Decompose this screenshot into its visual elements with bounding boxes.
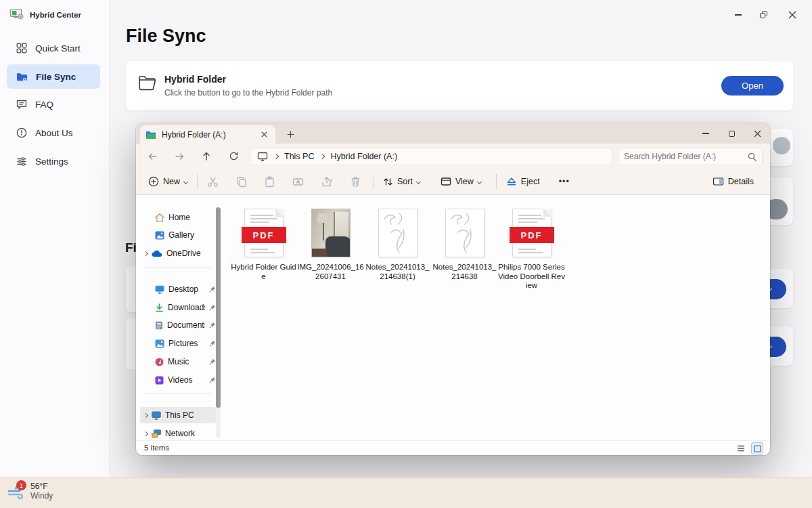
- up-button[interactable]: [197, 147, 216, 165]
- eject-icon: [506, 177, 517, 186]
- sidebar-item-label: About Us: [35, 128, 73, 138]
- open-button[interactable]: Open: [721, 76, 784, 96]
- explorer-close-button[interactable]: [744, 123, 770, 144]
- nav-item-label: Pictures: [168, 339, 205, 348]
- explorer-search-input[interactable]: [624, 152, 748, 161]
- scissors-icon: [207, 176, 219, 188]
- sort-button[interactable]: Sort: [378, 173, 426, 190]
- plus-circle-icon: [148, 176, 159, 187]
- list-view-icon: [737, 445, 745, 452]
- explorer-maximize-button[interactable]: [719, 123, 744, 144]
- explorer-body: Home Gallery OneDrive Desktop Downloads: [136, 195, 770, 440]
- folder-card-title: Hybrid Folder: [164, 74, 226, 85]
- eject-button[interactable]: Eject: [501, 173, 545, 190]
- folder-sync-icon: [16, 72, 28, 82]
- taskbar: 1 56°F Windy Search: [0, 478, 812, 508]
- nav-item-home[interactable]: Home: [140, 209, 216, 226]
- tab-close-button[interactable]: [258, 129, 270, 141]
- file-item-pdf-review[interactable]: PDF Philips 7000 Series Video Doorbell R…: [498, 207, 565, 291]
- expand-button[interactable]: [770, 279, 786, 299]
- copy-icon: [236, 176, 247, 188]
- rename-icon: [292, 177, 304, 187]
- file-explorer-window: Hybrid Folder (A:) This PC Hybrid Folder…: [136, 123, 770, 455]
- sidebar-item-about-us[interactable]: About Us: [7, 121, 100, 145]
- documents-icon: [155, 321, 163, 330]
- sidebar-item-label: Quick Start: [35, 43, 81, 54]
- address-bar[interactable]: This PC Hybrid Folder (A:): [250, 148, 612, 165]
- back-button[interactable]: [143, 147, 162, 165]
- expand-chevron-icon: [143, 431, 148, 436]
- weather-widget[interactable]: 1 56°F Windy: [7, 482, 53, 501]
- more-options-button[interactable]: •••: [554, 173, 575, 190]
- details-button[interactable]: Details: [707, 173, 759, 190]
- file-item-notes-1[interactable]: Notes_20241013_214638(1): [364, 207, 431, 281]
- list-view-toggle[interactable]: [735, 442, 747, 454]
- new-button[interactable]: New: [143, 173, 193, 190]
- sidebar-item-file-sync[interactable]: File Sync: [7, 64, 100, 89]
- details-button-label: Details: [728, 177, 754, 186]
- notification-badge: 1: [16, 480, 26, 490]
- partial-card: [126, 318, 137, 370]
- app-restore-button[interactable]: [755, 8, 773, 22]
- rename-button[interactable]: [287, 173, 309, 190]
- pin-icon: [209, 322, 216, 329]
- toggle-knob[interactable]: [773, 137, 790, 154]
- breadcrumb-current[interactable]: Hybrid Folder (A:): [330, 152, 397, 161]
- trash-icon: [351, 176, 361, 187]
- nav-item-label: This PC: [165, 410, 216, 420]
- expand-button[interactable]: [770, 337, 786, 357]
- sidebar-item-faq[interactable]: FAQ: [7, 92, 100, 117]
- cut-button[interactable]: [202, 173, 224, 191]
- toggle-off[interactable]: [770, 199, 788, 219]
- delete-button[interactable]: [345, 173, 366, 190]
- nav-item-desktop[interactable]: Desktop: [140, 281, 216, 297]
- sketch-thumbnail: [378, 209, 418, 257]
- refresh-button[interactable]: [224, 147, 243, 165]
- nav-item-label: OneDrive: [166, 249, 216, 258]
- close-icon: [261, 131, 267, 137]
- weather-temp: 56°F: [30, 482, 53, 491]
- app-minimize-button[interactable]: [729, 8, 747, 22]
- nav-item-music[interactable]: Music: [140, 354, 216, 370]
- chevron-down-icon: [770, 343, 772, 349]
- explorer-tab[interactable]: Hybrid Folder (A:): [140, 125, 275, 144]
- share-button[interactable]: [316, 173, 338, 190]
- new-tab-button[interactable]: [284, 128, 296, 140]
- file-item-pdf-guide[interactable]: PDF Hybrid Folder Guide: [230, 207, 297, 281]
- file-name: Philips 7000 Series Video Doorbell Revie…: [498, 263, 565, 291]
- copy-button[interactable]: [231, 173, 252, 191]
- breadcrumb-this-pc[interactable]: This PC: [284, 152, 314, 161]
- file-item-photo[interactable]: IMG_20241006_162607431: [297, 207, 364, 281]
- view-icon: [441, 177, 451, 186]
- nav-item-downloads[interactable]: Downloads: [140, 299, 216, 316]
- file-item-notes-2[interactable]: Notes_20241013_214638: [431, 207, 498, 281]
- nav-item-videos[interactable]: Videos: [140, 372, 216, 388]
- forward-button[interactable]: [170, 147, 189, 165]
- explorer-minimize-button[interactable]: [693, 123, 719, 144]
- computer-icon: [257, 152, 268, 161]
- sketch-thumbnail: [445, 209, 484, 257]
- nav-item-this-pc[interactable]: This PC: [140, 407, 216, 423]
- grid-icon: [16, 43, 27, 54]
- nav-item-onedrive[interactable]: OneDrive: [140, 245, 216, 261]
- pictures-icon: [155, 339, 164, 348]
- nav-item-gallery[interactable]: Gallery: [140, 227, 216, 243]
- view-button[interactable]: View: [435, 173, 487, 190]
- nav-item-pictures[interactable]: Pictures: [140, 335, 216, 352]
- paste-button[interactable]: [259, 173, 280, 191]
- chevron-right-icon: [319, 154, 325, 159]
- scrollbar-thumb[interactable]: [216, 207, 221, 408]
- sidebar-item-settings[interactable]: Settings: [7, 149, 100, 173]
- pdf-badge: PDF: [521, 230, 543, 240]
- nav-item-network[interactable]: Network: [140, 425, 216, 442]
- sidebar-item-quick-start[interactable]: Quick Start: [7, 36, 100, 60]
- nav-item-documents[interactable]: Documents: [140, 317, 216, 333]
- explorer-search[interactable]: [618, 148, 763, 165]
- chevron-down-icon: [183, 179, 188, 184]
- partial-card: [770, 177, 793, 225]
- nav-scrollbar[interactable]: [216, 207, 221, 438]
- app-close-button[interactable]: [784, 8, 801, 22]
- explorer-command-bar: New Sort View Eject ••• Details: [136, 169, 770, 195]
- file-name: Notes_20241013_214638(1): [364, 263, 431, 281]
- large-icons-view-toggle[interactable]: [751, 442, 763, 454]
